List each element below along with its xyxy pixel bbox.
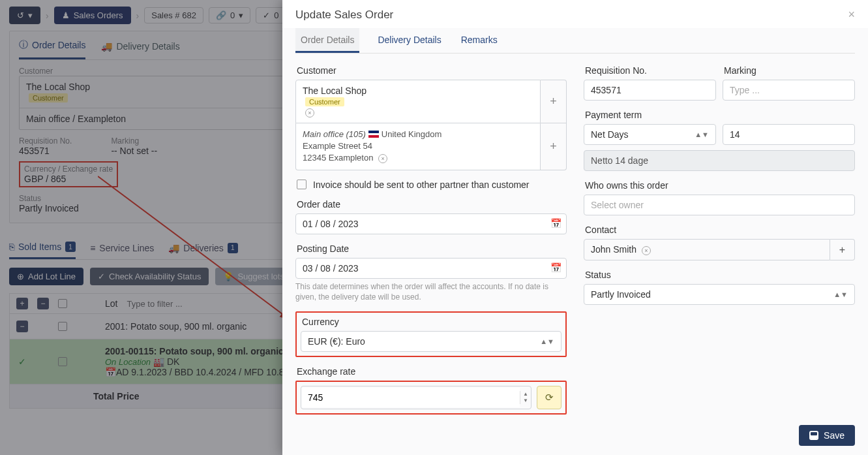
save-icon	[809, 431, 818, 440]
chevron-updown-icon: ▲▼	[695, 131, 709, 138]
btn-label: Suggest lots	[237, 272, 284, 281]
add-address-button[interactable]: +	[541, 123, 567, 170]
order-date-label: Order date	[297, 199, 567, 210]
tab-label: Sold Items	[18, 242, 61, 252]
lot-filter-input[interactable]	[127, 299, 236, 309]
status-value: Partly Invoiced	[591, 289, 651, 300]
step-up-icon[interactable]: ▲	[520, 391, 531, 398]
calendar-icon: 📅	[105, 367, 116, 377]
modal-header: Update Sales Order ×	[282, 0, 868, 28]
refresh-icon: ⟳	[545, 392, 554, 403]
exchange-rate-input[interactable]: ▲▼	[301, 386, 531, 409]
exchange-rate-highlight: ▲▼ ⟳	[295, 381, 567, 415]
contact-name: John Smith	[591, 244, 636, 255]
tab-order-details[interactable]: Order Details	[295, 28, 359, 53]
address-selector[interactable]: Main office (105)United Kingdom Example …	[295, 123, 541, 170]
tab-remarks[interactable]: Remarks	[460, 28, 499, 53]
crumb-order-number[interactable]: Sales # 682	[144, 7, 203, 24]
tab-service-lines[interactable]: ≡Service Lines	[90, 235, 154, 259]
posting-date-input[interactable]: 03 / 08 / 2023	[295, 258, 567, 279]
payment-term-select[interactable]: Net Days ▲▼	[584, 124, 716, 145]
save-label: Save	[824, 430, 845, 441]
link-count: 0	[230, 10, 235, 20]
calendar-icon[interactable]: 📅	[550, 218, 561, 228]
suggest-lots-button[interactable]: 💡Suggest lots	[215, 268, 292, 285]
clear-address-icon[interactable]: ×	[378, 154, 387, 163]
customer-name: The Local Shop	[303, 86, 533, 96]
addr-street: Example Street 54	[303, 141, 372, 151]
row2-title: 2001-00115: Potato soup, 900 ml. organic	[105, 346, 284, 356]
customer-badge: Customer	[305, 97, 344, 106]
exchange-rate-field[interactable]	[301, 388, 520, 407]
payment-days-input[interactable]: 14	[723, 124, 855, 145]
currency-select[interactable]: EUR (€): Euro ▲▼	[301, 331, 561, 352]
requisition-input[interactable]: 453571	[584, 80, 716, 101]
currency-highlight: Currency EUR (€): Euro ▲▼	[295, 311, 567, 357]
svg-line-0	[98, 176, 290, 320]
calendar-icon[interactable]: 📅	[550, 262, 561, 273]
row2-country: DK	[167, 356, 179, 367]
status-select[interactable]: Partly Invoiced ▲▼	[584, 284, 855, 305]
add-customer-button[interactable]: +	[541, 80, 567, 123]
clear-contact-icon[interactable]: ×	[642, 246, 651, 255]
owner-input[interactable]: Select owner	[584, 195, 855, 215]
requisition-label: Requisition No.	[585, 65, 716, 76]
collapse-row-button[interactable]: −	[16, 321, 28, 332]
addr-country: United Kingdom	[382, 129, 442, 139]
tab-delivery-details[interactable]: Delivery Details	[376, 28, 442, 53]
customer-label: Customer	[297, 65, 567, 76]
cx-label: Currency / Exchange rate	[24, 165, 113, 174]
info-icon: ⓘ	[19, 39, 28, 51]
refresh-rate-button[interactable]: ⟳	[537, 386, 561, 409]
check-icon: ✓	[263, 10, 270, 20]
modal-tabs: Order Details Delivery Details Remarks	[295, 28, 855, 54]
expand-all-button[interactable]: +	[16, 298, 28, 309]
modal-right-column: Requisition No. 453571 Marking Type ... …	[584, 63, 855, 416]
order-date-input[interactable]: 01 / 08 / 2023	[295, 213, 567, 234]
req-value: 453571	[19, 146, 72, 156]
add-lot-line-button[interactable]: ⊕Add Lot Line	[9, 268, 83, 285]
crumb-links[interactable]: 🔗0 ▾	[209, 7, 250, 24]
status-label: Status	[585, 270, 855, 280]
btn-label: Add Lot Line	[28, 272, 76, 281]
check-count: 0	[274, 10, 278, 20]
select-all-checkbox[interactable]	[58, 299, 67, 308]
tab-sold-items[interactable]: ⎘Sold Items 1	[9, 235, 76, 259]
modal-body: Order Details Delivery Details Remarks C…	[282, 28, 868, 416]
collapse-all-button[interactable]: −	[37, 298, 49, 309]
tab-delivery-details[interactable]: 🚚Delivery Details	[101, 31, 179, 59]
tab-order-details[interactable]: ⓘOrder Details	[19, 31, 85, 59]
checkbox-label: Invoice should be sent to other partner …	[313, 180, 530, 190]
btn-label: Check Availability Status	[109, 272, 201, 281]
add-contact-button[interactable]: +	[830, 239, 855, 260]
row-checkbox[interactable]	[58, 322, 67, 331]
truck-icon: 🚚	[101, 41, 112, 52]
contact-input[interactable]: John Smith ×	[584, 239, 830, 260]
tab-deliveries[interactable]: 🚚Deliveries 1	[168, 235, 237, 259]
chevron-updown-icon: ▲▼	[833, 290, 848, 298]
row1-text: 2001: Potato soup, 900 ml. organic	[105, 321, 247, 332]
modal-footer: Save	[282, 416, 868, 455]
save-button[interactable]: Save	[799, 425, 855, 446]
marking-input[interactable]: Type ...	[723, 80, 855, 101]
crumb-sep: ›	[46, 10, 49, 21]
crumb-sales-orders[interactable]: ♟Sales Orders	[54, 7, 131, 24]
customer-selector[interactable]: The Local Shop Customer ×	[295, 80, 541, 123]
step-down-icon[interactable]: ▼	[520, 398, 531, 404]
annotation-arrow	[98, 170, 307, 339]
number-stepper[interactable]: ▲▼	[520, 391, 531, 404]
row-checkbox[interactable]	[58, 357, 67, 366]
clear-customer-icon[interactable]: ×	[305, 108, 314, 118]
check-icon: ✓	[98, 272, 105, 281]
checkbox-icon	[297, 180, 307, 189]
close-button[interactable]: ×	[848, 8, 855, 22]
modal-title: Update Sales Order	[295, 8, 393, 22]
check-availability-button[interactable]: ✓Check Availability Status	[90, 268, 209, 285]
invoice-other-partner-checkbox[interactable]: Invoice should be sent to other partner …	[297, 180, 565, 190]
tab-label: Order Details	[32, 40, 85, 50]
marking-value: -- Not set --	[111, 146, 157, 156]
total-label: Total Price	[93, 391, 140, 401]
tab-label: Delivery Details	[116, 41, 179, 52]
bulb-icon: 💡	[223, 272, 233, 281]
history-button[interactable]: ↺ ▾	[9, 7, 40, 24]
